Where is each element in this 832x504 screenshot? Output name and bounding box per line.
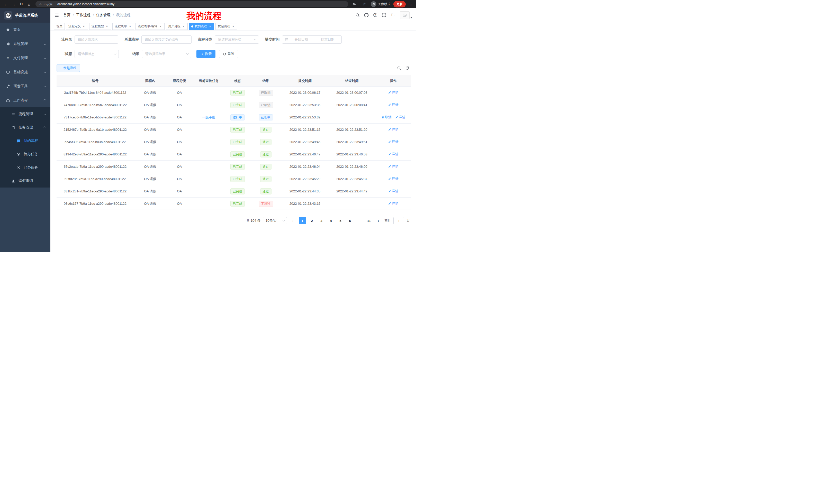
submit-time-label: 提交时间 [264, 37, 282, 42]
detail-label: 详情 [392, 177, 398, 181]
tag-tabs-bar: 首页 流程定义× 流程模型× 流程表单× 流程表单-编辑× 用户分组× 我的流程… [50, 22, 416, 31]
tab-process-form[interactable]: 流程表单× [112, 23, 134, 30]
close-icon[interactable]: × [82, 25, 86, 28]
table-refresh-icon[interactable] [405, 66, 409, 70]
sidebar-item-my-process[interactable]: 我的流程 [0, 134, 50, 147]
close-icon[interactable]: × [231, 25, 235, 28]
reset-button[interactable]: 重置 [219, 50, 238, 58]
address-bar[interactable]: ⚠ 不安全 | dashboard.yudao.iocoder.cn/bpm/t… [35, 1, 348, 7]
sidebar-item-leave-query[interactable]: 请假查询 [0, 174, 50, 188]
close-icon[interactable]: × [128, 25, 132, 28]
browser-menu-icon[interactable]: ⋮ [409, 2, 413, 6]
sidebar-item-task-management[interactable]: 任务管理 [0, 121, 50, 134]
tab-process-definition[interactable]: 流程定义× [66, 23, 88, 30]
owning-process-input[interactable] [141, 35, 191, 44]
sidebar-item-devtools[interactable]: 研发工具 [0, 79, 50, 93]
process-table: 编号 流程名 流程分类 当前审批任务 状态 结果 提交时间 结束时间 操作 3a… [57, 75, 411, 210]
detail-button[interactable]: 详情 [388, 164, 398, 169]
security-label[interactable]: 不安全 [44, 2, 53, 6]
cell-category: OA [166, 198, 192, 210]
browser-back-button[interactable]: ← [3, 1, 9, 7]
github-icon[interactable] [364, 13, 369, 18]
browser-forward-button[interactable]: → [10, 1, 17, 7]
detail-button[interactable]: 详情 [388, 103, 398, 107]
sidebar-item-workflow[interactable]: 工作流程 [0, 93, 50, 107]
page-button-4[interactable]: 4 [327, 217, 335, 224]
tab-start-process[interactable]: 发起流程× [215, 23, 237, 30]
page-button-6[interactable]: 6 [346, 217, 354, 224]
tab-home[interactable]: 首页 [54, 23, 65, 30]
next-page-button[interactable]: › [375, 217, 382, 224]
breadcrumb-home[interactable]: 首页 [63, 13, 71, 18]
fullscreen-icon[interactable] [382, 13, 386, 17]
start-process-button[interactable]: + 发起流程 [57, 64, 80, 72]
browser-home-button[interactable]: ⌂ [26, 1, 32, 7]
task-link[interactable]: 一级审批 [202, 115, 215, 119]
sidebar-item-system[interactable]: 系统管理 [0, 37, 50, 51]
goto-page-input[interactable] [393, 217, 404, 224]
sidebar-item-process-management[interactable]: 流程管理 [0, 107, 50, 121]
browser-reload-button[interactable]: ↻ [18, 1, 25, 7]
prev-page-button[interactable]: ‹ [289, 217, 296, 224]
page-button-5[interactable]: 5 [337, 217, 344, 224]
tab-my-process[interactable]: 我的流程× [189, 23, 214, 30]
sidebar-item-todo-tasks[interactable]: 待办任务 [0, 147, 50, 161]
detail-button[interactable]: 详情 [388, 140, 398, 144]
breadcrumb-workflow[interactable]: 工作流程 [76, 13, 90, 18]
process-name-label: 流程名 [57, 37, 75, 42]
submit-time-daterange[interactable]: 开始日期 - 结束日期 [282, 35, 342, 44]
page-size-select[interactable]: 10条/页 [263, 217, 287, 224]
tab-process-form-edit[interactable]: 流程表单-编辑× [135, 23, 164, 30]
sidebar-item-home[interactable]: 首页 [0, 23, 50, 37]
status-badge: 已完成 [230, 102, 245, 108]
list-icon [11, 112, 16, 116]
incognito-badge[interactable]: 无痕模式 [371, 1, 390, 7]
detail-button[interactable]: 详情 [388, 152, 398, 157]
cell-name: OA 请假 [134, 198, 166, 210]
table-search-toggle-icon[interactable] [397, 66, 401, 70]
result-badge: 已取消 [259, 90, 273, 96]
sidebar-item-done-tasks[interactable]: 已办任务 [0, 161, 50, 174]
user-avatar-menu[interactable]: ▾ [400, 11, 412, 19]
cancel-button[interactable]: 取消 [381, 115, 392, 119]
page-button-2[interactable]: 2 [308, 217, 315, 224]
tab-process-model[interactable]: 流程模型× [89, 23, 111, 30]
breadcrumb-task-management[interactable]: 任务管理 [96, 13, 110, 18]
tab-user-group[interactable]: 用户分组× [166, 23, 188, 30]
process-category-select[interactable]: 请选择流程分类 [215, 35, 259, 44]
result-select[interactable]: 请选择流结果 [142, 50, 191, 58]
status-select[interactable]: 请选择状态 [75, 50, 119, 58]
incognito-icon [371, 1, 376, 7]
search-button-label: 搜索 [205, 52, 212, 56]
app-logo[interactable]: 芋道管理系统 [0, 8, 50, 23]
page-button-3[interactable]: 3 [318, 217, 325, 224]
help-icon[interactable] [373, 13, 378, 17]
cell-category: OA [166, 161, 192, 173]
detail-button[interactable]: 详情 [388, 189, 398, 193]
close-icon[interactable]: × [208, 25, 212, 28]
cell-id: 03c6c157-7b9a-11ec-a290-acde48001122 [57, 198, 134, 210]
page-button-1[interactable]: 1 [299, 217, 306, 224]
detail-button[interactable]: 详情 [388, 90, 398, 95]
table-row: 03c6c157-7b9a-11ec-a290-acde48001122 OA … [57, 198, 411, 210]
bookmark-star-icon[interactable]: ☆ [361, 1, 368, 7]
search-icon[interactable] [355, 13, 360, 17]
close-icon[interactable]: × [105, 25, 109, 28]
sidebar-item-infrastructure[interactable]: 基础设施 [0, 65, 50, 79]
password-key-icon[interactable] [351, 1, 358, 7]
sidebar-item-payment[interactable]: ¥ 支付管理 [0, 51, 50, 65]
browser-update-button[interactable]: 更新 [393, 1, 406, 7]
close-icon[interactable]: × [159, 25, 162, 28]
close-icon[interactable]: × [182, 25, 185, 28]
sidebar-toggle-icon[interactable] [54, 13, 59, 18]
detail-button[interactable]: 详情 [395, 115, 406, 119]
font-size-icon[interactable] [391, 12, 395, 18]
cell-submit-time: 2022-01-22 23:46:04 [282, 161, 328, 173]
detail-button[interactable]: 详情 [388, 201, 398, 206]
detail-button[interactable]: 详情 [388, 128, 398, 132]
process-name-input[interactable] [75, 35, 118, 44]
search-button[interactable]: 搜索 [197, 50, 215, 58]
detail-button[interactable]: 详情 [388, 177, 398, 181]
page-button-11[interactable]: 11 [365, 217, 372, 224]
more-pages-button[interactable]: ··· [356, 217, 363, 224]
